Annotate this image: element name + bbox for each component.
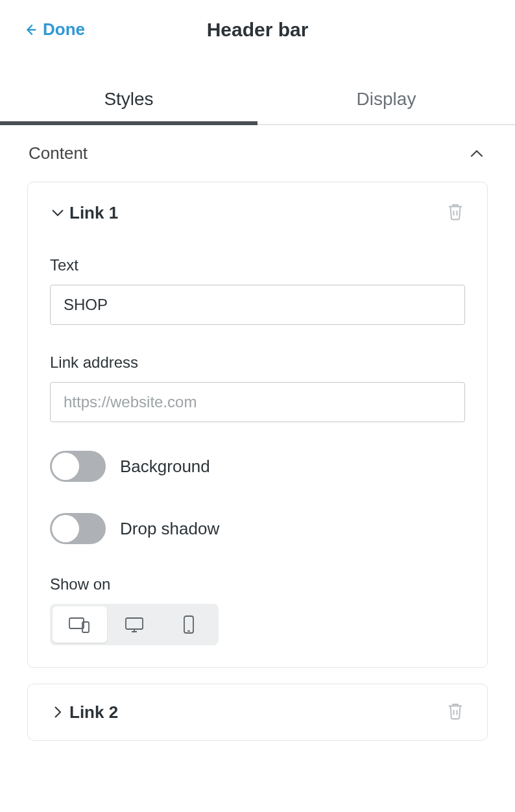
link1-title: Link 1 — [69, 203, 118, 223]
back-button[interactable]: Done — [23, 19, 85, 40]
trash-icon — [446, 202, 465, 221]
link1-card: Link 1 Text Link address Background Drop… — [27, 182, 488, 668]
devices-icon — [68, 615, 91, 634]
link2-delete-button[interactable] — [446, 701, 465, 723]
svg-rect-0 — [69, 618, 84, 628]
show-on-mobile-button[interactable] — [162, 606, 216, 643]
mobile-icon — [182, 615, 195, 634]
link2-card: Link 2 — [27, 684, 488, 741]
toggle-knob — [52, 515, 79, 542]
section-content-label: Content — [29, 143, 88, 163]
link1-delete-button[interactable] — [446, 202, 465, 224]
back-label: Done — [43, 19, 85, 40]
chevron-right-icon — [50, 704, 66, 720]
chevron-down-icon — [50, 205, 66, 221]
link1-text-label: Text — [50, 256, 465, 274]
show-on-segmented — [50, 604, 219, 645]
link1-linkaddress-input[interactable] — [50, 382, 465, 422]
toggle-knob — [52, 453, 79, 480]
trash-icon — [446, 701, 465, 721]
tab-styles[interactable]: Styles — [0, 75, 258, 124]
tabs: Styles Display — [0, 75, 515, 125]
link2-title: Link 2 — [69, 702, 118, 722]
section-content-header[interactable]: Content — [0, 125, 515, 182]
link1-toggle[interactable]: Link 1 — [50, 203, 118, 223]
link1-text-input[interactable] — [50, 285, 465, 325]
drop-shadow-toggle-label: Drop shadow — [120, 519, 219, 539]
background-toggle-label: Background — [120, 457, 210, 477]
link2-toggle[interactable]: Link 2 — [50, 702, 118, 722]
show-on-label: Show on — [50, 575, 465, 593]
link1-linkaddress-label: Link address — [50, 353, 465, 372]
show-on-all-button[interactable] — [53, 606, 107, 643]
chevron-up-icon — [468, 145, 485, 162]
svg-rect-2 — [126, 618, 143, 629]
background-toggle[interactable] — [50, 451, 106, 482]
svg-rect-3 — [184, 616, 193, 633]
page-title: Header bar — [207, 19, 309, 41]
tab-display[interactable]: Display — [258, 75, 515, 124]
drop-shadow-toggle[interactable] — [50, 513, 106, 544]
arrow-left-icon — [23, 23, 38, 37]
desktop-icon — [124, 615, 145, 634]
show-on-desktop-button[interactable] — [107, 606, 162, 643]
